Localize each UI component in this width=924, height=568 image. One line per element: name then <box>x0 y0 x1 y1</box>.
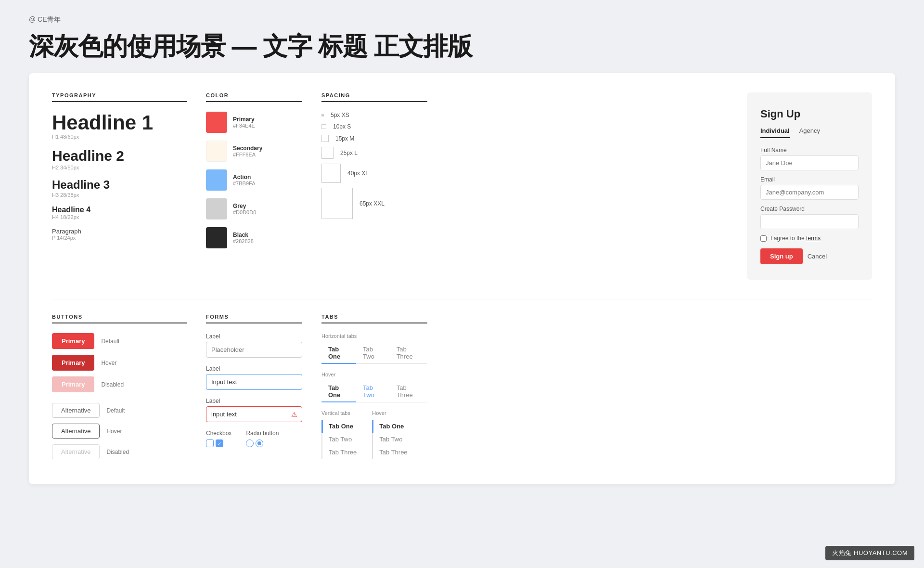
color-black: Black #282828 <box>206 227 302 248</box>
vtab-two-hover[interactable]: Tab Two <box>372 433 413 446</box>
color-swatch-action <box>206 169 227 191</box>
btn-disabled-label: Disabled <box>101 381 124 388</box>
buttons-title: BUTTONS <box>52 314 187 323</box>
spacing-section: SPACING 5px XS 10px S 15px M 25px L 40px… <box>321 92 427 280</box>
paragraph-display: Paragraph <box>52 228 187 235</box>
page-header: @ CE青年 深灰色的使用场景 — 文字 标题 正文排版 <box>0 0 924 73</box>
htab-three[interactable]: Tab Three <box>390 343 427 364</box>
typography-section: TYPOGRAPHY Headline 1 H1 48/60px Headlin… <box>52 92 187 280</box>
spacing-swatch-xs <box>321 114 324 116</box>
spacing-s: 10px S <box>321 123 427 130</box>
radio-unchecked[interactable] <box>246 439 254 447</box>
signup-terms-link[interactable]: terms <box>806 235 821 242</box>
color-title: COLOR <box>206 92 302 102</box>
headline3-display: Headline 3 <box>52 178 187 192</box>
spacing-swatch-m <box>321 135 329 142</box>
signup-agree-text: I agree to the terms <box>770 235 821 242</box>
alt-hover-button[interactable]: Alternative <box>52 424 100 439</box>
headline4-label: H4 18/22px <box>52 214 187 220</box>
signup-password-field: Create Password <box>760 206 859 229</box>
spacing-swatch-l <box>321 147 334 159</box>
btn-alt-default-row: Alternative Default <box>52 403 187 418</box>
spacing-swatch-s <box>321 124 326 129</box>
btn-default-label: Default <box>101 338 119 345</box>
htab-one-active[interactable]: Tab One <box>321 343 356 364</box>
tabs-title: TABS <box>321 314 427 323</box>
vtabs-label: Vertical tabs <box>321 410 362 416</box>
forms-title: FORMS <box>206 314 302 323</box>
spacing-m: 15px M <box>321 135 427 142</box>
radio-group: Radio button <box>246 430 279 447</box>
signup-fullname-field: Full Name <box>760 147 859 170</box>
signup-button[interactable]: Sign up <box>760 248 803 264</box>
signup-email-label: Email <box>760 176 859 183</box>
checkbox-group-label: Checkbox <box>206 430 231 437</box>
vtab-three-hover[interactable]: Tab Three <box>372 446 413 459</box>
htab-three-hover[interactable]: Tab Three <box>390 381 427 402</box>
horizontal-tabs-hover: Tab One Tab Two Tab Three <box>321 381 427 402</box>
vtab-three[interactable]: Tab Three <box>321 446 362 459</box>
spacing-xl: 40px XL <box>321 164 427 183</box>
headline1-display: Headline 1 <box>52 112 187 134</box>
horizontal-tabs-default: Tab One Tab Two Tab Three <box>321 343 427 364</box>
tabs-section: TABS Horizontal tabs Tab One Tab Two Tab… <box>321 314 427 465</box>
color-secondary: Secondary #FFF6EA <box>206 141 302 162</box>
checkbox-checked[interactable]: ✓ <box>216 439 223 447</box>
buttons-section: BUTTONS Primary Default Primary Hover Pr… <box>52 314 187 465</box>
primary-default-button[interactable]: Primary <box>52 333 94 349</box>
vtab-one-active[interactable]: Tab One <box>321 420 362 433</box>
vertical-tabs-default: Tab One Tab Two Tab Three <box>321 420 362 459</box>
vertical-tabs-container: Vertical tabs Tab One Tab Two Tab Three … <box>321 410 427 459</box>
vtab-one-hover-active[interactable]: Tab One <box>372 420 413 433</box>
color-swatch-grey <box>206 198 227 219</box>
watermark: 火焰兔 HUOYANTU.COM <box>825 546 914 560</box>
alt-default-button[interactable]: Alternative <box>52 403 100 418</box>
signup-password-input[interactable] <box>760 214 859 229</box>
headline2-label: H2 34/50px <box>52 165 187 170</box>
signup-agree-checkbox[interactable] <box>760 235 767 242</box>
spacing-l: 25px L <box>321 147 427 159</box>
radio-checked[interactable] <box>256 439 263 447</box>
color-swatch-primary <box>206 112 227 133</box>
cancel-button[interactable]: Cancel <box>808 253 827 260</box>
vtab-two[interactable]: Tab Two <box>321 433 362 446</box>
btn-hover-label: Hover <box>101 360 116 366</box>
checkbox-unchecked[interactable] <box>206 439 214 447</box>
htab-one-hover-active[interactable]: Tab One <box>321 381 356 402</box>
signup-title: Sign Up <box>760 108 859 120</box>
form-input-error[interactable] <box>206 406 302 422</box>
btn-primary-hover-row: Primary Hover <box>52 355 187 371</box>
signup-wrapper: Sign Up Individual Agency Full Name Emai… <box>447 92 872 280</box>
form-label-filled: Label <box>206 365 302 372</box>
color-action: Action #7BB9FA <box>206 169 302 191</box>
signup-email-input[interactable] <box>760 185 859 200</box>
signup-card: Sign Up Individual Agency Full Name Emai… <box>747 92 872 280</box>
spacing-xxl: 65px XXL <box>321 188 427 219</box>
htab-two[interactable]: Tab Two <box>356 343 390 364</box>
primary-hover-button[interactable]: Primary <box>52 355 94 371</box>
spacing-xs: 5px XS <box>321 112 427 118</box>
btn-alt-hover-label: Hover <box>106 428 122 435</box>
form-input-filled[interactable] <box>206 374 302 390</box>
signup-tab-agency[interactable]: Agency <box>799 127 820 138</box>
form-input-empty[interactable] <box>206 342 302 358</box>
checkbox-radio-row: Checkbox ✓ Radio button <box>206 430 302 447</box>
bottom-right-empty <box>447 314 872 465</box>
btn-primary-default-row: Primary Default <box>52 333 187 349</box>
color-section: COLOR Primary #F34E4E Secondary #FFF6EA … <box>206 92 302 280</box>
htab-two-hover[interactable]: Tab Two <box>356 381 390 402</box>
signup-fullname-input[interactable] <box>760 155 859 170</box>
color-primary: Primary #F34E4E <box>206 112 302 133</box>
alt-disabled-button: Alternative <box>52 444 100 459</box>
spacing-swatch-xxl <box>321 188 353 219</box>
btn-alt-default-label: Default <box>106 407 125 414</box>
htabs-label: Horizontal tabs <box>321 333 427 339</box>
forms-section: FORMS Label Label Label ⚠ Checkbox <box>206 314 302 465</box>
headline4-display: Headline 4 <box>52 206 187 214</box>
error-icon: ⚠ <box>291 411 297 418</box>
headline3-label: H3 28/38px <box>52 192 187 198</box>
htabs-hover-label: Hover <box>321 372 427 377</box>
signup-email-field: Email <box>760 176 859 200</box>
signup-tab-individual[interactable]: Individual <box>760 127 790 138</box>
vertical-tabs-hover: Tab One Tab Two Tab Three <box>372 420 413 459</box>
